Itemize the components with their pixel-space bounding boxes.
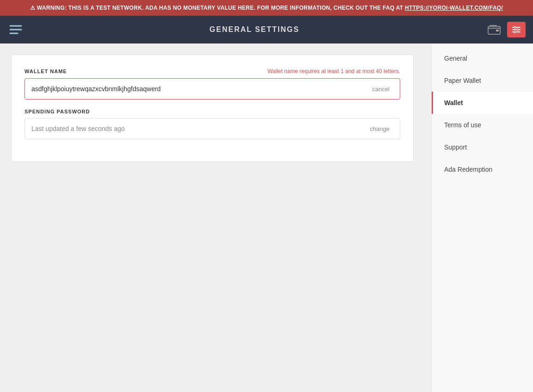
logo — [7, 21, 24, 38]
wallet-header-icon — [488, 24, 501, 35]
sidebar: General Paper Wallet Wallet Terms of use… — [431, 44, 533, 392]
content-area: WALLET NAME Wallet name requires at leas… — [0, 44, 431, 392]
sidebar-item-terms-of-use[interactable]: Terms of use — [432, 114, 533, 136]
spending-password-header: SPENDING PASSWORD — [25, 109, 400, 114]
sidebar-label-wallet: Wallet — [444, 99, 463, 106]
change-password-button[interactable]: change — [366, 124, 393, 134]
warning-text: WARNING: THIS IS A TEST NETWORK. ADA HAS… — [37, 5, 405, 11]
wallet-icon-button[interactable] — [485, 21, 503, 38]
wallet-name-header: WALLET NAME Wallet name requires at leas… — [25, 68, 400, 75]
wallet-name-label: WALLET NAME — [25, 68, 67, 74]
warning-link[interactable]: HTTPS://YOROI-WALLET.COM/FAQ/ — [405, 5, 503, 11]
filter-icon-button[interactable] — [507, 22, 526, 37]
spending-password-wrapper: Last updated a few seconds ago change — [25, 118, 400, 139]
cancel-button[interactable]: cancel — [368, 84, 393, 94]
sidebar-label-general: General — [444, 55, 467, 62]
sidebar-item-paper-wallet[interactable]: Paper Wallet — [432, 69, 533, 92]
filter-icon — [512, 25, 521, 34]
sidebar-item-ada-redemption[interactable]: Ada Redemption — [432, 158, 533, 180]
warning-banner: ⚠ WARNING: THIS IS A TEST NETWORK. ADA H… — [0, 0, 533, 16]
spending-password-label: SPENDING PASSWORD — [25, 109, 90, 114]
main-layout: WALLET NAME Wallet name requires at leas… — [0, 44, 533, 392]
sidebar-item-general[interactable]: General — [432, 47, 533, 69]
wallet-name-input-wrapper: cancel — [25, 78, 400, 100]
warning-icon: ⚠ — [30, 5, 35, 11]
sidebar-label-paper-wallet: Paper Wallet — [444, 77, 481, 84]
sidebar-item-wallet[interactable]: Wallet — [432, 92, 533, 114]
logo-icon — [7, 21, 24, 38]
svg-point-9 — [517, 29, 519, 31]
header-actions — [485, 21, 526, 38]
wallet-name-error: Wallet name requires at least 1 and at m… — [267, 68, 400, 75]
wallet-name-group: WALLET NAME Wallet name requires at leas… — [25, 68, 400, 100]
spending-password-status: Last updated a few seconds ago — [31, 118, 366, 139]
svg-point-10 — [514, 31, 516, 33]
page-title: GENERAL SETTINGS — [210, 25, 299, 34]
sidebar-label-support: Support — [444, 143, 467, 151]
sidebar-label-ada-redemption: Ada Redemption — [444, 166, 492, 173]
wallet-name-input[interactable] — [31, 79, 368, 99]
svg-point-8 — [514, 26, 516, 28]
header: GENERAL SETTINGS — [0, 16, 533, 44]
sidebar-item-support[interactable]: Support — [432, 136, 533, 158]
settings-card: WALLET NAME Wallet name requires at leas… — [11, 55, 414, 162]
svg-rect-4 — [496, 30, 499, 31]
sidebar-label-terms-of-use: Terms of use — [444, 121, 481, 129]
spending-password-group: SPENDING PASSWORD Last updated a few sec… — [25, 109, 400, 139]
